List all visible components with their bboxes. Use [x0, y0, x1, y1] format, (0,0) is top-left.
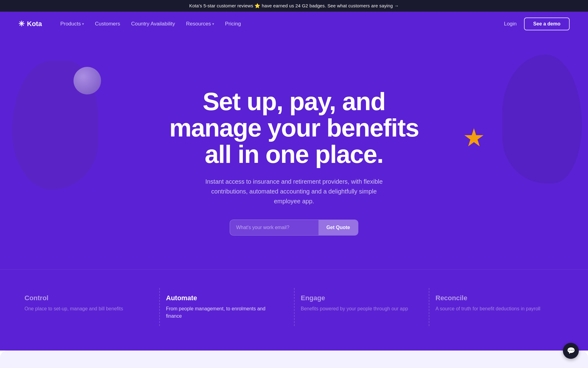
nav-logo[interactable]: ✳ Kota: [18, 20, 42, 28]
hero-title: Set up, pay, and manage your benefits al…: [162, 88, 426, 167]
hero-content: Set up, pay, and manage your benefits al…: [162, 88, 426, 236]
blob-right-decoration: [502, 55, 582, 183]
navbar: ✳ Kota Products ▾ Customers Country Avai…: [0, 12, 588, 36]
feature-engage: Engage Benefits powered by your people t…: [294, 288, 429, 326]
starburst-decoration: [464, 128, 484, 148]
chat-bubble-button[interactable]: 💬: [563, 343, 579, 359]
nav-country-availability[interactable]: Country Availability: [131, 21, 175, 27]
kota-logo-icon: ✳: [18, 20, 24, 28]
feature-automate-desc: From people management, to enrolments an…: [166, 305, 282, 320]
email-input[interactable]: [230, 220, 318, 235]
nav-actions: Login See a demo: [504, 17, 570, 30]
feature-automate: Automate From people management, to enro…: [159, 288, 294, 326]
chat-icon: 💬: [567, 347, 575, 355]
sphere-decoration: [74, 67, 101, 94]
feature-strip: Control One place to set-up, manage and …: [0, 269, 588, 351]
nav-products[interactable]: Products ▾: [60, 21, 84, 27]
feature-reconcile: Reconcile A source of truth for benefit …: [429, 288, 564, 326]
feature-control-desc: One place to set-up, manage and bill ben…: [24, 305, 147, 312]
chevron-down-icon: ▾: [82, 22, 84, 26]
hero-email-form: Get Quote: [230, 220, 358, 236]
hero-subtitle: Instant access to insurance and retireme…: [202, 177, 386, 206]
feature-engage-title: Engage: [301, 294, 417, 302]
announcement-text: Kota's 5-star customer reviews ⭐ have ea…: [189, 3, 399, 8]
feature-reconcile-desc: A source of truth for benefit deductions…: [435, 305, 551, 312]
feature-automate-title: Automate: [166, 294, 282, 302]
login-button[interactable]: Login: [504, 21, 517, 27]
nav-links: Products ▾ Customers Country Availabilit…: [60, 21, 504, 27]
feature-control-title: Control: [24, 294, 147, 302]
get-quote-button[interactable]: Get Quote: [318, 220, 358, 235]
nav-customers[interactable]: Customers: [95, 21, 120, 27]
bottom-section: ✳ Kota ✒ People: [0, 351, 588, 368]
announcement-bar[interactable]: Kota's 5-star customer reviews ⭐ have ea…: [0, 0, 588, 12]
feature-control: Control One place to set-up, manage and …: [24, 288, 159, 326]
feature-engage-desc: Benefits powered by your people through …: [301, 305, 417, 312]
nav-pricing[interactable]: Pricing: [225, 21, 241, 27]
see-demo-button[interactable]: See a demo: [524, 17, 570, 30]
nav-resources[interactable]: Resources ▾: [186, 21, 214, 27]
feature-reconcile-title: Reconcile: [435, 294, 551, 302]
kota-logo-text: Kota: [27, 20, 42, 28]
hero-section: Set up, pay, and manage your benefits al…: [0, 36, 588, 269]
chevron-down-icon: ▾: [212, 22, 214, 26]
